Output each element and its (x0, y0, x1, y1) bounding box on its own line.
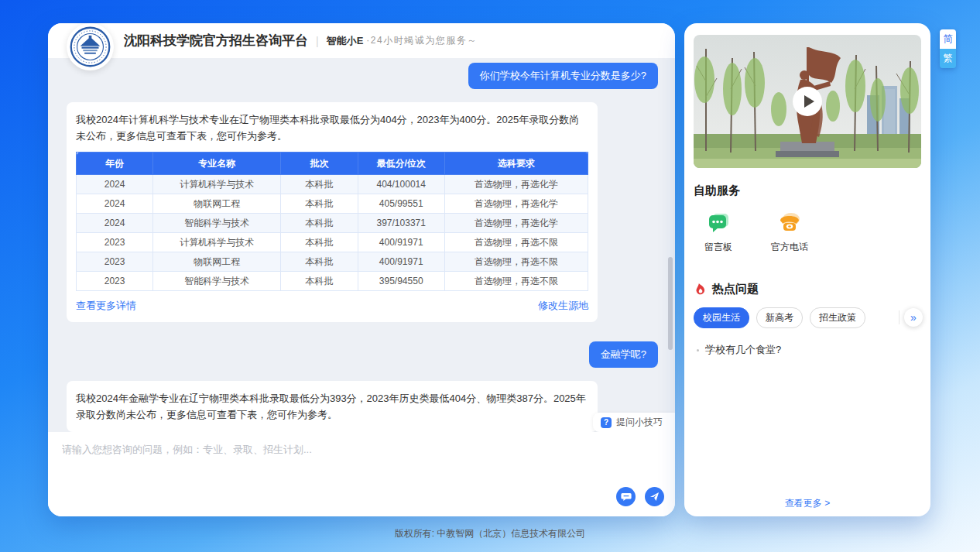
copyright-footer: 版权所有: 中教智网（北京）信息技术有限公司 (0, 527, 980, 540)
message-composer (48, 432, 675, 516)
change-origin-link[interactable]: 修改生源地 (538, 299, 588, 313)
score-table: 年份 专业名称 批次 最低分/位次 选科要求 2024 计算机科学与技术 本科批… (76, 152, 588, 291)
table-cell: 本科批 (281, 252, 358, 272)
service-tagline: ·24小时竭诚为您服务～ (366, 34, 477, 47)
assistant-name: 智能小E (327, 34, 364, 48)
service-item-label: 官方电话 (771, 241, 808, 254)
user-message-bubble: 你们学校今年计算机专业分数是多少? (468, 63, 658, 89)
tag-admission-policy[interactable]: 招生政策 (810, 307, 865, 328)
table-cell: 2023 (77, 252, 153, 272)
table-header-cell: 批次 (281, 153, 358, 175)
campus-video-thumbnail[interactable] (694, 35, 921, 168)
tag-new-gaokao[interactable]: 新高考 (756, 307, 803, 328)
user-message-bubble: 金融学呢? (589, 341, 658, 368)
table-header-cell: 专业名称 (153, 153, 281, 175)
service-item-official-phone[interactable]: 官方电话 (771, 210, 808, 254)
table-header-cell: 年份 (77, 153, 153, 175)
table-cell: 首选物理，再选化学 (444, 214, 588, 233)
title-separator: | (316, 35, 319, 47)
question-tips-label: 提问小技巧 (616, 416, 663, 429)
hot-questions-header: 热点问题 (694, 282, 921, 297)
table-cell: 2023 (77, 233, 153, 252)
user-message-row: 金融学呢? (48, 322, 675, 368)
school-logo (67, 23, 114, 70)
table-header-row: 年份 专业名称 批次 最低分/位次 选科要求 (77, 153, 588, 175)
self-service-items: 留言板 官方电话 (704, 210, 921, 254)
table-row: 2023 物联网工程 本科批 400/91971 首选物理，再选不限 (77, 252, 588, 272)
chat-bubble-icon[interactable] (616, 487, 636, 506)
school-logo-emblem (69, 26, 111, 68)
self-service-title: 自助服务 (694, 183, 921, 198)
table-row: 2023 智能科学与技术 本科批 395/94550 首选物理，再选不限 (77, 272, 588, 291)
tags-divider (899, 310, 899, 324)
language-toggle: 简 繁 (940, 29, 956, 68)
table-cell: 404/100014 (358, 175, 444, 194)
table-header-cell: 选科要求 (444, 153, 588, 175)
table-cell: 智能科学与技术 (153, 214, 281, 233)
table-cell: 2024 (77, 175, 153, 194)
chat-header: 沈阳科技学院官方招生咨询平台 | 智能小E ·24小时竭诚为您服务～ (48, 23, 675, 58)
bot-reply-text: 我校2024年计算机科学与技术专业在辽宁物理类本科批录取最低分为404分，202… (76, 111, 588, 144)
table-cell: 本科批 (281, 214, 358, 233)
table-cell: 物联网工程 (153, 194, 281, 214)
table-cell: 首选物理，再选不限 (444, 233, 588, 252)
table-row: 2024 智能科学与技术 本科批 397/103371 首选物理，再选化学 (77, 214, 588, 233)
question-mark-icon: ? (601, 417, 612, 428)
simplified-chinese-button[interactable]: 简 (940, 29, 956, 49)
table-cell: 首选物理，再选不限 (444, 252, 588, 272)
bot-message-card: 我校2024年计算机科学与技术专业在辽宁物理类本科批录取最低分为404分，202… (67, 102, 598, 322)
table-row: 2024 计算机科学与技术 本科批 404/100014 首选物理，再选化学 (77, 175, 588, 194)
chat-panel: 沈阳科技学院官方招生咨询平台 | 智能小E ·24小时竭诚为您服务～ 你们学校今… (48, 23, 675, 516)
question-tips-button[interactable]: ? 提问小技巧 (593, 413, 675, 432)
traditional-chinese-button[interactable]: 繁 (940, 49, 956, 68)
table-cell: 400/91971 (358, 252, 444, 272)
page-background: 沈阳科技学院官方招生咨询平台 | 智能小E ·24小时竭诚为您服务～ 你们学校今… (0, 0, 980, 552)
table-row: 2024 物联网工程 本科批 405/99551 首选物理，再选化学 (77, 194, 588, 214)
table-cell: 397/103371 (358, 214, 444, 233)
table-cell: 物联网工程 (153, 252, 281, 272)
table-cell: 本科批 (281, 194, 358, 214)
user-message-row: 你们学校今年计算机专业分数是多少? (48, 58, 675, 89)
table-cell: 2024 (77, 194, 153, 214)
play-triangle (804, 95, 814, 108)
hot-question-item[interactable]: 学校有几个食堂? (697, 343, 921, 357)
chat-message-area: 你们学校今年计算机专业分数是多少? 我校2024年计算机科学与技术专业在辽宁物理… (48, 58, 675, 432)
chat-scrollbar-thumb[interactable] (668, 257, 673, 350)
hot-question-tags: 校园生活 新高考 招生政策 » (694, 308, 921, 327)
double-chevron-icon[interactable]: » (904, 308, 923, 327)
table-cell: 395/94550 (358, 272, 444, 291)
table-cell: 智能科学与技术 (153, 272, 281, 291)
hot-question-text: 学校有几个食堂? (705, 343, 781, 357)
message-board-icon (706, 210, 731, 235)
table-cell: 首选物理，再选不限 (444, 272, 588, 291)
composer-actions (616, 487, 664, 506)
view-more-link[interactable]: 查看更多 > (684, 497, 930, 510)
tag-campus-life[interactable]: 校园生活 (694, 307, 749, 328)
question-bullet (697, 349, 699, 351)
more-details-link[interactable]: 查看更多详情 (76, 299, 136, 313)
table-cell: 2023 (77, 272, 153, 291)
sidebar-panel: 自助服务 留言板 (684, 23, 930, 516)
table-cell: 本科批 (281, 175, 358, 194)
table-row: 2023 计算机科学与技术 本科批 400/91971 首选物理，再选不限 (77, 233, 588, 252)
bot-message-card: 我校2024年金融学专业在辽宁物理类本科批录取最低分为393分，2023年历史类… (67, 381, 598, 432)
message-input[interactable] (62, 443, 635, 486)
service-item-label: 留言板 (704, 241, 732, 254)
play-icon[interactable] (793, 87, 822, 116)
bot-reply-text: 我校2024年金融学专业在辽宁物理类本科批录取最低分为393分，2023年历史类… (76, 390, 588, 423)
table-cell: 405/99551 (358, 194, 444, 214)
service-item-message-board[interactable]: 留言板 (704, 210, 732, 254)
table-cell: 2024 (77, 214, 153, 233)
table-cell: 计算机科学与技术 (153, 233, 281, 252)
bot-card-links: 查看更多详情 修改生源地 (76, 299, 588, 313)
hot-questions-title: 热点问题 (712, 282, 759, 297)
send-icon[interactable] (645, 487, 664, 506)
table-cell: 首选物理，再选化学 (444, 194, 588, 214)
official-phone-icon (777, 210, 802, 235)
table-cell: 计算机科学与技术 (153, 175, 281, 194)
table-cell: 本科批 (281, 272, 358, 291)
table-cell: 首选物理，再选化学 (444, 175, 588, 194)
hot-flame-icon (694, 283, 707, 296)
platform-title: 沈阳科技学院官方招生咨询平台 (124, 32, 308, 50)
table-cell: 本科批 (281, 233, 358, 252)
